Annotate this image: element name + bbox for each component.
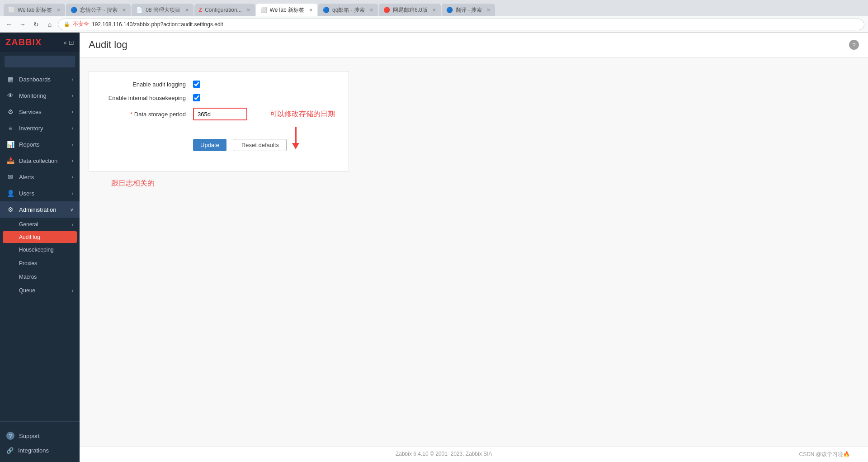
sidebar-bottom: ? Support 🔗 Integrations xyxy=(0,424,80,462)
sidebar-item-label: Alerts xyxy=(19,174,34,181)
sidebar-subitem-housekeeping[interactable]: Housekeeping xyxy=(0,243,80,257)
reset-button[interactable]: Reset defaults xyxy=(234,139,287,151)
page-footer: Zabbix 6.4.10 © 2001–2023, Zabbix SIA CS… xyxy=(80,447,868,462)
sub-arrow-icon: › xyxy=(72,222,73,227)
browser-tab-config[interactable]: ZConfiguration...✕ xyxy=(194,4,255,16)
browser-tabs: ⬜WeTab 新标签✕ 🔵忘情公子 - 搜索✕ 📄08 管理大项目✕ ZConf… xyxy=(0,0,868,16)
administration-icon: ⚙ xyxy=(6,206,14,213)
browser-toolbar: ← → ↻ ⌂ 🔒 不安全 192.168.116.140/zabbix.php… xyxy=(0,16,868,33)
refresh-button[interactable]: ↻ xyxy=(31,19,42,30)
search-input[interactable] xyxy=(5,56,75,67)
sidebar-subitem-queue[interactable]: Queue › xyxy=(0,284,80,297)
sub-arrow-icon: › xyxy=(72,288,73,293)
main-content: Audit log ? Enable audit logging Enable … xyxy=(80,33,868,462)
page-header: Audit log ? xyxy=(80,33,868,57)
sidebar-search[interactable] xyxy=(0,52,80,71)
page-title: Audit log xyxy=(89,39,127,51)
arrow-head xyxy=(292,143,299,149)
sidebar-item-services[interactable]: ⚙ Services › xyxy=(0,104,80,120)
browser-tab-3[interactable]: 📄08 管理大项目✕ xyxy=(132,4,193,16)
sidebar-subitem-macros[interactable]: Macros xyxy=(0,270,80,284)
chevron-icon: › xyxy=(72,142,73,147)
users-icon: 👤 xyxy=(6,190,14,197)
sidebar-collapse-button[interactable]: « xyxy=(63,39,67,46)
sidebar-item-label: Users xyxy=(19,190,34,197)
integrations-icon: 🔗 xyxy=(6,447,14,454)
browser-tab-translate[interactable]: 🔵翻译 - 搜索✕ xyxy=(442,4,495,16)
sidebar-subitem-audit-log[interactable]: Audit log xyxy=(3,231,77,243)
chevron-icon: › xyxy=(72,93,73,98)
footer-right: CSDN @该学习啦🔥 xyxy=(799,451,850,458)
sidebar-item-reports[interactable]: 📊 Reports › xyxy=(0,136,80,152)
chevron-icon: › xyxy=(72,191,73,196)
arrow-line xyxy=(295,127,297,143)
form-section: Enable audit logging Enable internal hou… xyxy=(89,71,349,171)
inventory-icon: ≡ xyxy=(6,124,14,132)
dashboards-icon: ▦ xyxy=(6,76,14,83)
sidebar-item-users[interactable]: 👤 Users › xyxy=(0,185,80,201)
footer-text: Zabbix 6.4.10 © 2001–2023, Zabbix SIA xyxy=(396,451,492,457)
forward-button[interactable]: → xyxy=(17,19,28,30)
sidebar-logo: ZABBIX « ⊡ xyxy=(0,33,80,52)
update-button[interactable]: Update xyxy=(193,139,226,151)
sidebar-item-alerts[interactable]: ✉ Alerts › xyxy=(0,169,80,185)
enable-audit-checkbox[interactable] xyxy=(193,81,200,88)
security-icon: 🔒 xyxy=(64,21,70,27)
home-button[interactable]: ⌂ xyxy=(44,19,55,30)
housekeeping-label: Housekeeping xyxy=(19,247,54,253)
browser-tab-qq[interactable]: 🔵qq邮箱 - 搜索✕ xyxy=(318,4,378,16)
support-label: Support xyxy=(19,433,40,439)
sidebar-item-label: Inventory xyxy=(19,125,43,132)
sidebar-subitem-general[interactable]: General › xyxy=(0,218,80,231)
chevron-icon: › xyxy=(72,110,73,114)
help-button[interactable]: ? xyxy=(849,40,859,50)
sidebar-item-monitoring[interactable]: 👁 Monitoring › xyxy=(0,87,80,104)
sidebar-item-dashboards[interactable]: ▦ Dashboards › xyxy=(0,71,80,87)
sidebar-item-label: Dashboards xyxy=(19,76,51,83)
sidebar-item-label: Reports xyxy=(19,141,40,148)
sidebar-item-integrations[interactable]: 🔗 Integrations xyxy=(6,443,73,457)
services-icon: ⚙ xyxy=(6,108,14,115)
browser-tab-2[interactable]: 🔵忘情公子 - 搜索✕ xyxy=(66,4,131,16)
reports-icon: 📊 xyxy=(6,141,14,148)
chevron-icon: › xyxy=(72,126,73,131)
data-storage-row: Data storage period 可以修改存储的日期 xyxy=(103,108,335,120)
chevron-icon: › xyxy=(72,158,73,163)
data-storage-label: Data storage period xyxy=(103,111,193,118)
annotation-storage: 可以修改存储的日期 xyxy=(270,110,335,119)
back-button[interactable]: ← xyxy=(4,19,14,30)
integrations-label: Integrations xyxy=(18,447,49,454)
sidebar-item-administration[interactable]: ⚙ Administration ∨ xyxy=(0,201,80,218)
sidebar-item-label: Services xyxy=(19,109,42,115)
macros-label: Macros xyxy=(19,274,37,280)
data-collection-icon: 📥 xyxy=(6,157,14,164)
sidebar-item-data-collection[interactable]: 📥 Data collection › xyxy=(0,152,80,169)
app-wrapper: ZABBIX « ⊡ ▦ Dashboards › 👁 Monitoring ›… xyxy=(0,33,868,462)
insecure-label: 不安全 xyxy=(73,20,89,28)
browser-tab-163[interactable]: 🔴网易邮箱6.0版✕ xyxy=(379,4,441,16)
support-icon: ? xyxy=(6,432,14,440)
browser-tab-wetab[interactable]: ⬜WeTab 新标签✕ xyxy=(256,4,317,16)
address-text: 192.168.116.140/zabbix.php?action=audit.… xyxy=(92,21,223,28)
sidebar-item-inventory[interactable]: ≡ Inventory › xyxy=(0,120,80,136)
data-storage-input[interactable] xyxy=(193,108,247,120)
enable-housekeeping-checkbox[interactable] xyxy=(193,94,200,101)
enable-housekeeping-label: Enable internal housekeeping xyxy=(103,95,193,101)
logo-text: ZABBIX xyxy=(5,37,42,48)
monitoring-icon: 👁 xyxy=(6,92,14,99)
audit-log-label: Audit log xyxy=(19,234,40,240)
queue-label: Queue xyxy=(19,287,35,294)
sidebar-item-support[interactable]: ? Support xyxy=(6,428,73,443)
buttons-row: Update Reset defaults xyxy=(193,127,335,151)
sidebar-item-label: Monitoring xyxy=(19,92,47,99)
browser-chrome: ⬜WeTab 新标签✕ 🔵忘情公子 - 搜索✕ 📄08 管理大项目✕ ZConf… xyxy=(0,0,868,33)
chevron-down-icon: ∨ xyxy=(70,207,73,212)
annotation-log: 跟日志相关的 xyxy=(111,179,155,187)
alerts-icon: ✉ xyxy=(6,173,14,181)
sidebar-item-label: Administration xyxy=(19,206,56,213)
sidebar-subitem-proxies[interactable]: Proxies xyxy=(0,257,80,270)
browser-tab-1[interactable]: ⬜WeTab 新标签✕ xyxy=(4,4,65,16)
chevron-icon: › xyxy=(72,175,73,180)
address-bar[interactable]: 🔒 不安全 192.168.116.140/zabbix.php?action=… xyxy=(58,19,864,30)
sidebar-expand-button[interactable]: ⊡ xyxy=(69,39,74,46)
